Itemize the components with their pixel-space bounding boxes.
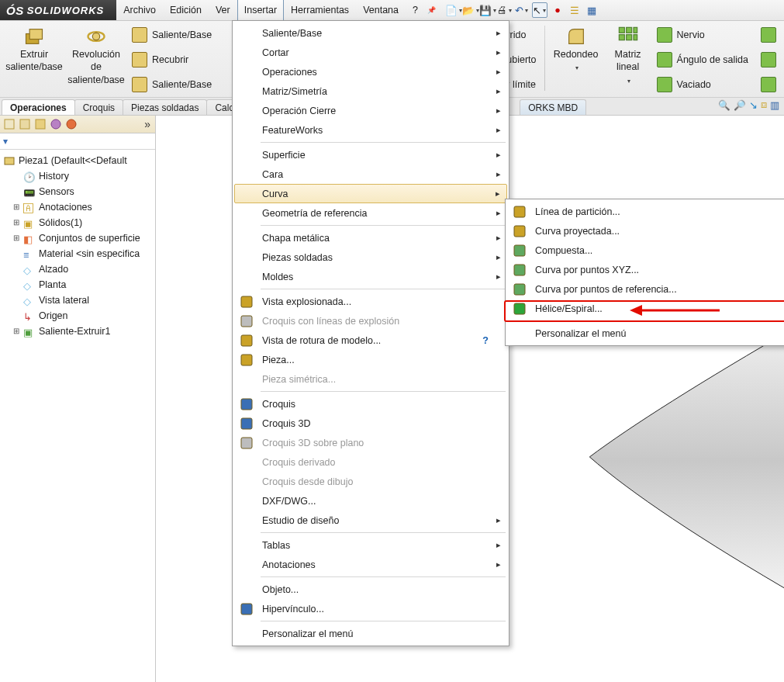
ribbon-extra-1[interactable] bbox=[758, 24, 779, 46]
sketch-relations-icon[interactable]: ↘ bbox=[749, 99, 758, 111]
ribbon-shell[interactable]: Vaciado bbox=[654, 74, 751, 95]
menu-herramientas[interactable]: Herramientas bbox=[284, 0, 356, 20]
insertar-item[interactable]: Cortar bbox=[234, 43, 507, 62]
save-icon[interactable]: 💾 bbox=[481, 3, 495, 17]
insertar-item[interactable]: Vista explosionada... bbox=[234, 292, 507, 311]
tree-sensors[interactable]: 📟 Sensors bbox=[2, 184, 154, 199]
menu-label: ? bbox=[413, 5, 418, 16]
ribbon-extra-3[interactable] bbox=[758, 74, 779, 95]
ribbon-revolve[interactable]: Revolución de saliente/base bbox=[67, 24, 126, 97]
insertar-item[interactable]: Anotaciones bbox=[234, 555, 507, 574]
tree-surfaces[interactable]: ⊞ ◧ Conjuntos de superficie bbox=[2, 230, 154, 246]
print-icon[interactable]: 🖨 bbox=[498, 3, 512, 17]
ribbon-linear-pattern[interactable]: Matriz lineal bbox=[606, 24, 651, 97]
tab-operaciones[interactable]: Operaciones bbox=[2, 99, 75, 115]
tab-croquis[interactable]: Croquis bbox=[74, 99, 123, 115]
ribbon-boundary[interactable]: Saliente/Base bbox=[129, 74, 215, 95]
ribbon-rib[interactable]: Nervio bbox=[654, 24, 751, 46]
insertar-item[interactable]: Cara bbox=[234, 164, 507, 184]
ribbon-loft[interactable]: Recubrir bbox=[129, 49, 215, 71]
expand-icon[interactable]: ⊞ bbox=[12, 215, 20, 230]
curva-item[interactable]: Curva proyectada... bbox=[507, 221, 784, 241]
dropdown-arrow-icon[interactable] bbox=[573, 61, 579, 72]
insertar-item[interactable]: Objeto... bbox=[234, 580, 507, 599]
tree-history[interactable]: 🕑 History bbox=[2, 168, 154, 184]
menu-pin-icon[interactable]: 📌 bbox=[427, 6, 436, 14]
menu-edicion[interactable]: Edición bbox=[163, 0, 209, 20]
insertar-item[interactable]: FeatureWorks bbox=[234, 120, 507, 140]
tree-solidos[interactable]: ⊞ ▣ Sólidos(1) bbox=[2, 215, 154, 230]
curva-item[interactable]: Curva por puntos de referencia... bbox=[507, 279, 784, 299]
curva-item[interactable]: Curva por puntos XYZ... bbox=[507, 260, 784, 279]
dropdown-arrow-icon[interactable] bbox=[625, 74, 630, 85]
curva-item[interactable]: Línea de partición... bbox=[507, 202, 784, 221]
insertar-item[interactable]: Superficie bbox=[234, 145, 507, 164]
ribbon-label: Recubrir bbox=[152, 54, 188, 65]
ribbon-extrude[interactable]: Extruir saliente/base bbox=[5, 24, 64, 97]
insertar-item[interactable]: Piezas soldadas bbox=[234, 248, 507, 267]
tree-origin[interactable]: ↳ Origen bbox=[2, 308, 154, 324]
ribbon-swept[interactable]: Saliente/Base bbox=[129, 24, 215, 46]
tree-front-plane[interactable]: ◇ Alzado bbox=[2, 261, 154, 277]
insertar-item[interactable]: Personalizar el menú bbox=[234, 624, 507, 643]
insertar-item[interactable]: Curva bbox=[234, 184, 507, 203]
ribbon-extra-2[interactable] bbox=[758, 49, 779, 71]
fm-tab-appearance-icon[interactable] bbox=[65, 118, 78, 130]
insertar-item[interactable]: Estudio de diseño bbox=[234, 511, 507, 530]
insertar-item[interactable]: Vista de rotura de modelo...? bbox=[234, 331, 507, 350]
ribbon-fillet[interactable]: Redondeo bbox=[550, 24, 603, 97]
rec-icon[interactable]: ● bbox=[551, 3, 565, 17]
insertar-item[interactable]: Tablas bbox=[234, 535, 507, 555]
help-icon[interactable]: ? bbox=[482, 335, 489, 346]
tree-right-plane[interactable]: ◇ Vista lateral bbox=[2, 293, 154, 308]
menu-help[interactable]: ? bbox=[406, 0, 425, 20]
tree-top-plane[interactable]: ◇ Planta bbox=[2, 277, 154, 293]
insertar-item[interactable]: Matriz/Simetría bbox=[234, 81, 507, 101]
insertar-item[interactable]: Geometría de referencia bbox=[234, 203, 507, 223]
insertar-item[interactable]: Saliente/Base bbox=[234, 23, 507, 43]
expand-icon[interactable]: ⊞ bbox=[12, 324, 20, 339]
curva-item[interactable]: Hélice/Espiral... bbox=[507, 299, 784, 318]
tab-mbd[interactable]: ORKS MBD bbox=[520, 99, 586, 115]
zoom-fit-icon[interactable]: 🔎 bbox=[734, 99, 746, 111]
fm-tab-tree-icon[interactable] bbox=[3, 118, 16, 130]
menu-archivo[interactable]: Archivo bbox=[116, 0, 163, 20]
curva-item[interactable]: Personalizar el menú bbox=[507, 324, 784, 343]
insertar-item[interactable]: Pieza... bbox=[234, 350, 507, 369]
insertar-item[interactable]: Moldes bbox=[234, 267, 507, 286]
select-icon[interactable]: ↖ bbox=[532, 2, 547, 18]
tree-boss-extrude[interactable]: ⊞ ▣ Saliente-Extruir1 bbox=[2, 324, 154, 339]
options-icon[interactable]: ☰ bbox=[568, 3, 582, 17]
insertar-item[interactable]: Croquis 3D bbox=[234, 414, 507, 433]
feature-filter[interactable]: ▾ bbox=[0, 133, 155, 150]
zoom-in-icon[interactable]: 🔍 bbox=[718, 99, 730, 111]
menu-ver[interactable]: Ver bbox=[209, 0, 237, 20]
ribbon-extra-col bbox=[758, 24, 779, 97]
ribbon-draft[interactable]: Ángulo de salida bbox=[654, 49, 751, 71]
expand-icon[interactable]: ⊞ bbox=[12, 199, 20, 215]
display-style-icon[interactable]: ▥ bbox=[770, 99, 779, 111]
fm-tab-property-icon[interactable] bbox=[19, 118, 31, 130]
fm-tab-dim-icon[interactable] bbox=[50, 118, 62, 130]
new-doc-icon[interactable]: 📄 bbox=[447, 3, 461, 17]
menu-ventana[interactable]: Ventana bbox=[356, 0, 406, 20]
menu-insertar[interactable]: Insertar bbox=[237, 0, 284, 21]
curva-item[interactable]: Compuesta... bbox=[507, 241, 784, 260]
undo-icon[interactable]: ↶ bbox=[515, 3, 529, 17]
tab-piezas-soldadas[interactable]: Piezas soldadas bbox=[123, 99, 207, 115]
sheet-icon[interactable]: ▦ bbox=[585, 3, 599, 17]
section-view-icon[interactable]: ⧈ bbox=[761, 99, 767, 111]
open-icon[interactable]: 📂 bbox=[464, 3, 478, 17]
tree-material[interactable]: ≡ Material <sin especifica bbox=[2, 246, 154, 261]
insertar-item[interactable]: Croquis bbox=[234, 394, 507, 414]
fm-tab-config-icon[interactable] bbox=[34, 118, 47, 130]
insertar-item[interactable]: Hipervínculo... bbox=[234, 599, 507, 618]
expand-icon[interactable]: ⊞ bbox=[12, 230, 20, 246]
insertar-item[interactable]: Chapa metálica bbox=[234, 228, 507, 248]
insertar-item[interactable]: Operaciones bbox=[234, 62, 507, 81]
insertar-item[interactable]: DXF/DWG... bbox=[234, 491, 507, 511]
tree-anotaciones[interactable]: ⊞ 🄰 Anotaciones bbox=[2, 199, 154, 215]
fm-tabs-more[interactable]: » bbox=[144, 118, 150, 130]
tree-root[interactable]: Pieza1 (Default<<Default bbox=[2, 153, 154, 168]
insertar-item[interactable]: Operación Cierre bbox=[234, 101, 507, 120]
